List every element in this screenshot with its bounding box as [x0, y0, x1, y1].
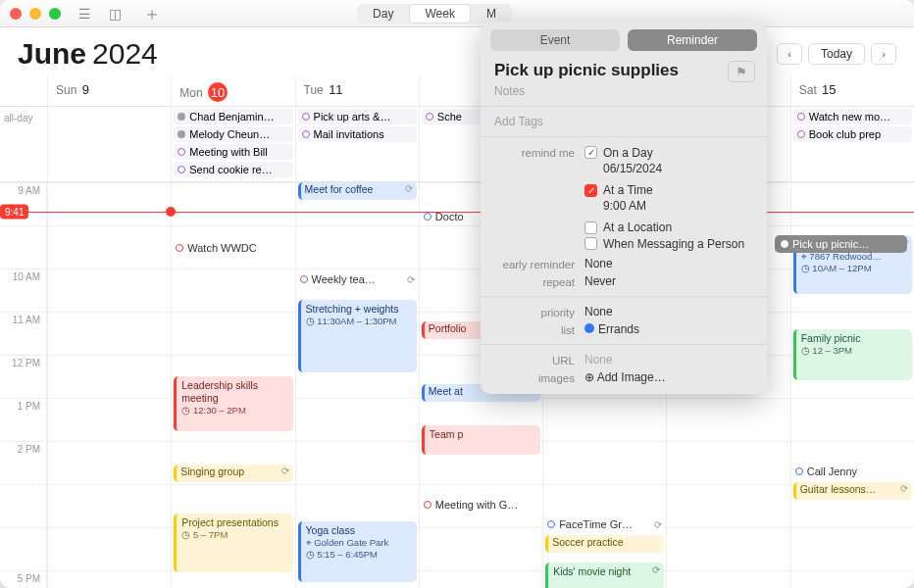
event-tiny[interactable]: Call Jenny — [793, 463, 912, 480]
allday-row: all-day Chad Benjamin…Melody Cheun…Meeti… — [0, 107, 914, 182]
allday-event[interactable]: Book club prep — [793, 126, 912, 142]
flag-button[interactable]: ⚑ — [728, 61, 755, 82]
view-day-tab[interactable]: Day — [357, 4, 409, 24]
url-value[interactable]: None — [584, 353, 753, 367]
allday-sun[interactable] — [47, 107, 171, 181]
event-tiny[interactable]: Watch WWDC — [174, 239, 292, 257]
tags-field[interactable]: Add Tags — [481, 113, 767, 130]
next-week-button[interactable]: › — [871, 43, 896, 65]
at-location-checkbox[interactable] — [584, 221, 597, 234]
prev-week-button[interactable]: ‹ — [777, 43, 802, 65]
col-tue[interactable]: Meet for coffee⟳Weekly tea…⟳Stretching +… — [295, 182, 419, 588]
event-block[interactable]: Project presentations◷ 5 – 7PM — [174, 514, 292, 572]
list-value[interactable]: Errands — [584, 322, 753, 336]
priority-value[interactable]: None — [584, 305, 753, 318]
window-minimize-button[interactable] — [29, 8, 41, 20]
event-bar[interactable]: Soccer practice — [545, 535, 664, 553]
year-label: 2024 — [92, 37, 158, 71]
window-zoom-button[interactable] — [49, 8, 61, 20]
popover-title[interactable]: Pick up picnic supplies — [481, 57, 767, 82]
event-bar[interactable]: Guitar lessons…⟳ — [793, 482, 912, 500]
event-tiny[interactable]: Meeting with G… — [422, 496, 540, 514]
on-a-day-checkbox[interactable]: ✓ — [584, 146, 597, 159]
images-label: images — [494, 370, 575, 384]
month-label: June — [18, 37, 86, 71]
allday-sat[interactable]: Watch new mo…Book club prep — [790, 107, 914, 181]
day-header-tue: Tue 11 — [295, 76, 419, 106]
event-block[interactable]: Team p — [422, 425, 540, 455]
day-header-sat: Sat 15 — [790, 76, 914, 106]
event-tiny[interactable]: Weekly tea…⟳ — [298, 270, 417, 288]
window-titlebar: ☰ ◫ ＋ Day Week M — [0, 0, 914, 27]
view-month-tab[interactable]: M — [471, 4, 512, 24]
event-bar[interactable]: Singing group⟳ — [174, 465, 292, 482]
event-block[interactable]: Kids' movie night⟳ — [545, 563, 664, 588]
day-headers: Sun 9 Mon 10 Tue 11 Sat 15 — [0, 76, 914, 107]
reminder-time[interactable]: 9:00 AM — [603, 199, 753, 213]
allday-mon[interactable]: Chad Benjamin…Melody Cheun…Meeting with … — [171, 107, 294, 181]
event-block[interactable]: Leadership skills meeting◷ 12:30 – 2PM — [174, 376, 292, 431]
allday-tue[interactable]: Pick up arts &…Mail invitations — [295, 107, 419, 181]
allday-event[interactable]: Send cookie re… — [174, 162, 292, 177]
repeat-label: repeat — [494, 274, 575, 288]
repeat-value[interactable]: Never — [584, 274, 753, 288]
day-header-sun: Sun 9 — [47, 76, 171, 106]
view-segmented-control[interactable]: Day Week M — [357, 4, 512, 24]
reminder-popover: Event Reminder ⚑ Pick up picnic supplies… — [481, 22, 767, 394]
sidebar-toggle-icon[interactable]: ☰ — [78, 6, 91, 22]
allday-event[interactable]: Meeting with Bill — [174, 144, 292, 160]
event-block[interactable]: Stretching + weights◷ 11:30AM – 1:30PM — [298, 300, 417, 372]
at-a-time-checkbox[interactable]: ✓ — [584, 184, 597, 197]
notes-field[interactable]: Notes — [481, 82, 767, 100]
remind-me-label: remind me — [494, 145, 575, 159]
early-reminder-value[interactable]: None — [584, 257, 753, 270]
popover-tab-reminder[interactable]: Reminder — [628, 29, 757, 51]
hour-labels: 9 AM10 AM11 AM12 PM1 PM2 PM5 PM — [0, 182, 47, 588]
reminder-date[interactable]: 06/15/2024 — [603, 162, 753, 175]
list-label: list — [494, 322, 575, 336]
allday-event[interactable]: Pick up arts &… — [298, 109, 417, 124]
window-close-button[interactable] — [10, 8, 22, 20]
allday-event[interactable]: Chad Benjamin… — [174, 109, 292, 124]
event-block[interactable]: Family picnic◷ 12 – 3PM — [793, 329, 912, 380]
event-block[interactable]: Yoga class⌖ Golden Gate Park◷ 5:15 – 6:4… — [298, 521, 417, 582]
calendar-header: June 2024 ‹ Today › — [0, 27, 914, 76]
allday-event[interactable]: Mail invitations — [298, 126, 417, 142]
popover-tab-event[interactable]: Event — [490, 29, 620, 51]
allday-label: all-day — [0, 107, 47, 181]
reminder-chip-pickup[interactable]: Pick up picnic… — [775, 235, 907, 253]
allday-event[interactable]: Watch new mo… — [793, 109, 912, 124]
inbox-icon[interactable]: ◫ — [109, 6, 122, 22]
day-header-mon: Mon 10 — [171, 76, 294, 106]
current-time-indicator: 9:41 — [0, 205, 28, 220]
week-nav: ‹ Today › — [777, 43, 896, 65]
priority-label: priority — [494, 305, 575, 318]
view-week-tab[interactable]: Week — [409, 4, 470, 24]
event-tiny[interactable]: FaceTime Gr…⟳ — [545, 515, 664, 533]
images-value[interactable]: ⊕ Add Image… — [584, 370, 753, 384]
col-sun[interactable] — [47, 182, 171, 588]
add-event-button[interactable]: ＋ — [143, 2, 161, 25]
allday-event[interactable]: Melody Cheun… — [174, 126, 292, 142]
col-mon[interactable]: Watch WWDCLeadership skills meeting◷ 12:… — [171, 182, 294, 588]
early-reminder-label: early reminder — [494, 257, 575, 270]
today-button[interactable]: Today — [808, 43, 865, 65]
when-messaging-checkbox[interactable] — [584, 237, 597, 250]
url-label: URL — [494, 353, 575, 367]
event-bar[interactable]: Meet for coffee⟳ — [298, 182, 417, 200]
